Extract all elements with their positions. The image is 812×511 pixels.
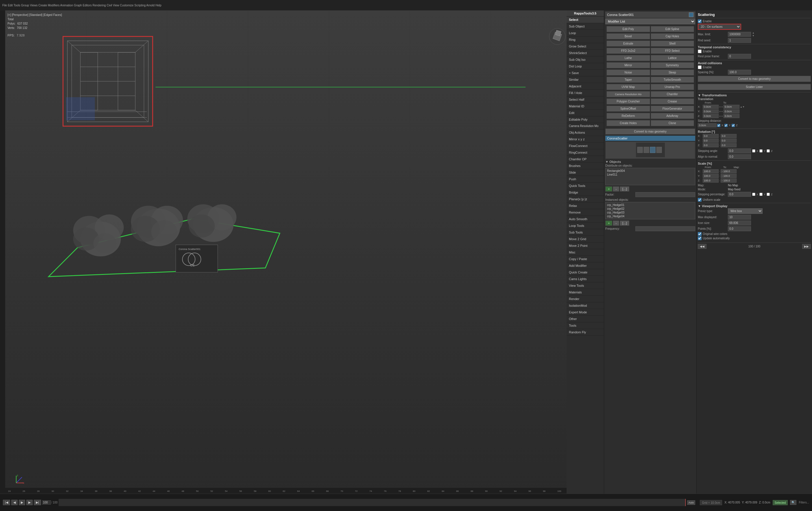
trans-x-to-input[interactable] [724,105,740,109]
sidebar-item-grow-select[interactable]: Grow Select [567,43,604,50]
scale-z-to-input[interactable] [721,179,736,183]
mirror-btn[interactable]: Mirror [606,62,650,68]
dots-instanced-btn[interactable]: [...] [620,220,629,226]
modifier-list-dropdown[interactable]: Modifier List [605,19,695,24]
sidebar-item-push[interactable]: Push [567,176,604,183]
auto-btn[interactable]: Auto [687,500,696,505]
chamfer-btn[interactable]: Chamfer [651,91,694,97]
sidebar-item-sub-object[interactable]: Sub Object [567,23,604,30]
orientation-widget[interactable] [549,28,566,45]
sidebar-item-other[interactable]: Other [567,316,604,322]
add-distribute-btn[interactable]: + [605,186,612,192]
sidebar-item-ring[interactable]: Ring [567,36,604,43]
re-deform-btn[interactable]: ReDeform [606,113,650,119]
remove-instanced-btn[interactable]: - [613,220,619,226]
scale-y-to-input[interactable] [721,174,736,178]
sleep-btn[interactable]: Sleep [651,70,694,76]
ffd-select-btn[interactable]: FFD Select [651,48,694,54]
sidebar-item-similar[interactable]: Similar [567,76,604,83]
lathe-btn[interactable]: Lathe [606,55,650,61]
go-to-start-btn[interactable]: |◀ [3,500,10,505]
sidebar-item-obj-actions[interactable]: Obj Actions [567,129,604,136]
edit-spline-btn[interactable]: Edit Spline [651,26,694,32]
angle-z-checkbox[interactable] [766,149,770,153]
trans-z-to-input[interactable] [724,114,740,118]
angle-y-checkbox[interactable] [759,149,762,153]
rot-z-to-input[interactable] [721,143,736,147]
max-limit-down[interactable]: ▼ [752,34,754,37]
icon-size-input[interactable] [728,220,751,225]
stepping-input[interactable] [698,123,717,127]
trans-y-to-input[interactable] [724,109,740,113]
stepping-pct-input[interactable] [728,192,751,197]
rot-x-to-input[interactable] [721,134,736,138]
uvw-map-btn[interactable]: UVW Map [606,84,650,90]
sidebar-item-random-fly[interactable]: Random Fly [567,329,604,335]
previz-dropdown[interactable]: Wire box [728,208,762,214]
turbosmooth-btn[interactable]: TurboSmooth [651,77,694,83]
instanced-objects-list[interactable]: crp_Hedge01 crp_Hedge02 crp_Hedge03 crp_… [605,202,695,219]
search-btn[interactable]: 🔍 [790,500,796,505]
pct-y-checkbox[interactable] [759,193,762,196]
sidebar-item-mirror-xyz[interactable]: Mirror x y z [567,136,604,143]
sidebar-item-loop[interactable]: Loop [567,30,604,36]
pct-x-checkbox[interactable] [752,193,755,196]
sidebar-item-adjacent[interactable]: Adjacent [567,83,604,90]
sidebar-item-chamfer-op[interactable]: Chamfer OP [567,156,604,163]
create-holes-btn[interactable]: Create Holes [606,120,650,126]
sidebar-item-materials[interactable]: Materials [567,289,604,296]
sidebar-item-relax[interactable]: Relax [567,203,604,209]
surface-type-dropdown[interactable]: 2D - On surfaces [698,24,741,30]
crease-btn[interactable]: Crease [651,98,694,104]
sidebar-item-misc[interactable]: Misc [567,249,604,256]
ffd-2x2x2-btn[interactable]: FFD 2x2x2 [606,48,650,54]
scale-x-to-input[interactable] [721,169,736,173]
factor-input[interactable] [635,192,695,197]
sidebar-item-editable-poly[interactable]: Editable Poly [567,116,604,123]
sidebar-item-render[interactable]: Render [567,296,604,302]
frequency-input[interactable] [635,226,695,231]
sidebar-item-loop-tools[interactable]: Loop Tools [567,222,604,229]
sidebar-item-quick-create[interactable]: Quick Create [567,269,604,276]
unwrap-pro-btn[interactable]: Unwrap Pro [651,84,694,90]
sidebar-item-select-half[interactable]: Select Half [567,96,604,103]
rnd-seed-input[interactable] [728,38,751,43]
sidebar-item-expert-mode[interactable]: Expert Mode [567,309,604,316]
spacing-input[interactable] [728,70,751,75]
cap-holes-btn[interactable]: Cap Holes [651,33,694,39]
sidebar-item-sub-obj-iso[interactable]: Sub Obj Iso [567,56,604,63]
sidebar-item-view-tools[interactable]: View Tools [567,283,604,289]
sidebar-item-dot-loop[interactable]: Dot Loop [567,63,604,70]
scale-z-from-input[interactable] [703,179,719,183]
extrude-btn[interactable]: Extrude [606,41,650,47]
sidebar-item-auto-smooth[interactable]: Auto Smooth [567,216,604,222]
add-instanced-btn[interactable]: + [605,220,612,226]
orig-wire-checkbox[interactable] [698,232,702,236]
spline-offset-btn[interactable]: SplineOffset [606,106,650,112]
update-auto-checkbox[interactable] [698,236,702,240]
sidebar-item-move-2-point[interactable]: Move 2 Point [567,242,604,249]
enable-checkbox[interactable] [698,19,702,23]
trans-x-from-input[interactable] [703,105,719,109]
adv-array-btn[interactable]: AdvArray [651,113,694,119]
rest-pose-input[interactable] [728,54,751,59]
sidebar-item-flow-connect[interactable]: FlowConnect [567,143,604,149]
angle-x-checkbox[interactable] [752,149,755,153]
uniform-scale-checkbox[interactable] [698,198,702,202]
scale-y-from-input[interactable] [703,174,719,178]
max-displayed-input[interactable] [728,215,751,220]
step-z-checkbox[interactable] [732,124,735,127]
rot-y-to-input[interactable] [721,139,736,143]
step-angle-input[interactable] [728,149,751,153]
edit-poly-btn[interactable]: Edit Poly [606,26,650,32]
dots-distribute-btn[interactable]: [...] [620,186,629,192]
corona-scatter-bar[interactable]: CoronaScatter [605,136,695,141]
bevel-btn[interactable]: Bevel [606,33,650,39]
step-y-checkbox[interactable] [724,124,728,127]
current-frame-input[interactable] [42,500,51,505]
rot-x-from-input[interactable] [703,134,719,138]
sidebar-item-camera-res[interactable]: Camera Resolution Mo [567,123,604,129]
prev-frame-btn[interactable]: ◀◀ [698,244,706,249]
sidebar-item-save[interactable]: + Save [567,70,604,76]
pct-z-checkbox[interactable] [766,193,770,196]
